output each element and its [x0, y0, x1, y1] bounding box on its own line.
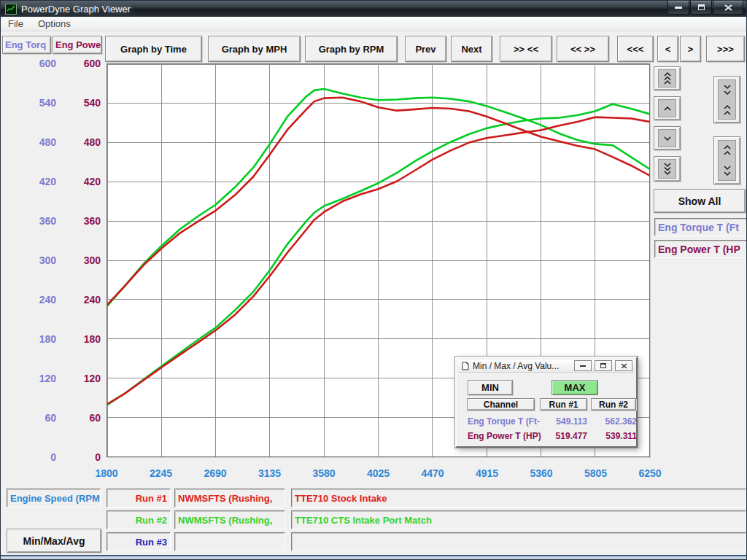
scroll-y-triple-up-button[interactable]: [654, 66, 681, 90]
run3-file-field: [174, 532, 285, 551]
min-tab-button[interactable]: MIN: [468, 380, 513, 395]
window-bottom-frame: [1, 555, 747, 560]
torque-axis-tick: 120: [8, 372, 56, 385]
scroll-far-right-button[interactable]: >>>: [706, 36, 745, 62]
minimize-icon: [675, 7, 682, 9]
power-axis-tick: 420: [59, 175, 101, 188]
power-channel-label: Eng Power T (HP: [654, 240, 747, 258]
graph-by-time-button[interactable]: Graph by Time: [105, 36, 202, 62]
chevron-down-icon: [658, 129, 676, 147]
rpm-axis-tick: 2690: [190, 467, 241, 480]
document-icon: [461, 362, 470, 370]
rpm-axis-tick: 4025: [353, 467, 404, 480]
scroll-left-button[interactable]: <: [657, 36, 678, 62]
chevron-up-icon: [658, 99, 676, 117]
scroll-y-triple-down-button[interactable]: [654, 156, 681, 182]
expand-y-button[interactable]: [713, 136, 740, 184]
minmax-row-channel: Eng Power T (HP): [468, 431, 541, 441]
compress-y-button[interactable]: [713, 76, 740, 123]
power-axis: 600540480420360300240180120600: [59, 1, 101, 482]
minmax-window[interactable]: Min / Max / Avg Valu... MIN MAX Channel …: [455, 357, 638, 448]
minimize-icon: [580, 365, 586, 367]
torque-axis-tick: 60: [8, 411, 56, 424]
minmax-row-channel: Eng Torque T (Ft-: [468, 416, 540, 427]
minmax-restore-button[interactable]: [595, 360, 612, 371]
power-axis-tick: 240: [59, 293, 101, 306]
run2-file-field: NWMSFTS (Rushing,: [174, 510, 285, 529]
minimize-button[interactable]: [667, 1, 689, 15]
run2-column-header[interactable]: Run #2: [591, 398, 636, 411]
power-axis-tick: 480: [59, 136, 101, 149]
graph-by-mph-button[interactable]: Graph by MPH: [208, 36, 301, 62]
triple-chevron-down-icon: [658, 159, 676, 179]
minmax-window-title: Min / Max / Avg Valu...: [473, 361, 559, 371]
torque-axis-tick: 240: [8, 293, 56, 306]
power-axis-tick: 300: [59, 254, 101, 267]
channel-column-header[interactable]: Channel: [467, 398, 535, 411]
rpm-axis-tick: 2245: [136, 467, 187, 480]
minmaxavg-button[interactable]: Min/Max/Avg: [7, 529, 101, 553]
menu-bar: File Options: [1, 17, 747, 31]
run2-label: Run #2: [107, 510, 171, 529]
minmax-row-value: 562.362: [586, 416, 637, 427]
rpm-axis-tick: 5805: [570, 467, 622, 480]
torque-axis-tick: 600: [8, 57, 56, 70]
run1-label: Run #1: [107, 489, 171, 508]
close-icon: [621, 363, 627, 369]
torque-axis-tick: 180: [8, 332, 56, 346]
torque-axis-tick: 420: [8, 175, 56, 188]
minmax-title-bar[interactable]: Min / Max / Avg Valu...: [458, 359, 635, 373]
title-bar[interactable]: PowerDyne Graph Viewer: [1, 1, 747, 17]
x-axis-channel-label: Engine Speed (RPM: [7, 489, 101, 508]
power-axis-tick: 60: [59, 411, 101, 424]
zoom-out-x-button[interactable]: << >>: [557, 36, 609, 62]
power-axis-tick: 360: [59, 214, 101, 228]
prev-button[interactable]: Prev: [405, 36, 446, 62]
scroll-right-button[interactable]: >: [680, 36, 701, 62]
triple-chevron-up-icon: [658, 69, 676, 88]
next-button[interactable]: Next: [451, 36, 492, 62]
graph-by-rpm-button[interactable]: Graph by RPM: [305, 36, 398, 62]
chevrons-inward-icon: [718, 79, 736, 120]
torque-axis-tick: 300: [8, 254, 56, 267]
run3-description-field: [291, 532, 746, 551]
rpm-axis-tick: 6250: [624, 467, 676, 480]
minmax-row-value: 539.311: [586, 431, 637, 441]
power-axis-tick: 0: [59, 451, 101, 464]
close-icon: [724, 4, 732, 11]
run2-description-field: TTE710 CTS Intake Port Match: [291, 510, 746, 529]
power-axis-tick: 120: [59, 372, 101, 385]
show-all-button[interactable]: Show All: [654, 189, 746, 213]
restore-icon: [698, 4, 705, 10]
scroll-far-left-button[interactable]: <<<: [617, 36, 654, 62]
run1-file-field: NWMSFTS (Rushing,: [174, 489, 285, 508]
rpm-axis-tick: 3580: [298, 467, 349, 480]
restore-button[interactable]: [690, 1, 712, 15]
scroll-y-down-button[interactable]: [654, 126, 681, 150]
torque-axis-tick: 360: [8, 214, 56, 228]
torque-axis-tick: 540: [8, 96, 56, 109]
power-axis-tick: 600: [59, 57, 101, 70]
torque-axis: 600540480420360300240180120600: [8, 1, 56, 482]
rpm-axis-tick: 5360: [516, 467, 567, 480]
minmax-minimize-button[interactable]: [574, 360, 592, 371]
torque-channel-label: Eng Torque T (Ft: [654, 218, 747, 236]
minmax-row-value: 519.477: [536, 431, 587, 441]
scroll-y-up-button[interactable]: [654, 96, 681, 120]
close-button[interactable]: [713, 1, 743, 15]
torque-axis-tick: 480: [8, 136, 56, 149]
powerdyne-window: PowerDyne Graph Viewer File Options Eng …: [0, 0, 747, 560]
minmax-close-button[interactable]: [615, 360, 632, 371]
zoom-in-x-button[interactable]: >> <<: [500, 36, 552, 62]
chevrons-outward-icon: [718, 140, 736, 181]
run1-column-header[interactable]: Run #1: [540, 398, 587, 411]
rpm-axis-tick: 4470: [407, 467, 458, 480]
power-axis-tick: 180: [59, 332, 101, 346]
run3-label: Run #3: [107, 532, 171, 551]
torque-axis-tick: 0: [8, 451, 56, 464]
power-axis-tick: 540: [59, 96, 101, 109]
rpm-axis-tick: 4915: [462, 467, 513, 480]
max-tab-button[interactable]: MAX: [551, 380, 598, 395]
minmax-row-value: 549.113: [536, 416, 587, 427]
rpm-axis-tick: 3135: [244, 467, 295, 480]
